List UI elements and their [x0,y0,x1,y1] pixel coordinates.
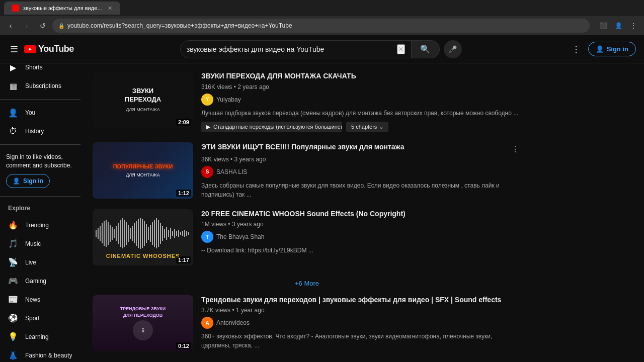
sidebar-item-history[interactable]: ⏱ History [2,122,78,140]
video-title-v2[interactable]: ЭТИ ЗВУКИ ИЩУТ ВСЕ!!!! Популярные звуки … [201,142,404,152]
mic-btn[interactable]: 🎤 [444,40,462,58]
video-card-v2: ПОПУЛЯРНЫЕ ЗВУКИ ДЛЯ МОНТАЖА 1:12 ЭТИ ЗВ… [93,142,521,199]
views-v3: 1M views [201,221,226,228]
age-v1: 2 years ago [237,83,269,90]
fashion-icon: 👗 [8,350,18,360]
sidebar-label-gaming: Gaming [25,278,46,285]
channel-name-v2[interactable]: SASHA LIS [216,168,247,175]
svg-rect-2 [98,228,99,239]
profile-btn[interactable]: 👤 [612,19,625,32]
svg-rect-21 [136,221,137,246]
svg-rect-26 [146,224,147,243]
svg-rect-11 [116,226,117,241]
search-input[interactable] [187,45,397,53]
sidebar-label-sport: Sport [25,315,40,322]
svg-rect-8 [110,225,111,242]
svg-rect-23 [140,218,141,249]
sidebar-label-shorts: Shorts [25,64,43,71]
video-info-v2: ЭТИ ЗВУКИ ИЩУТ ВСЕ!!!! Популярные звуки … [201,142,521,199]
video-thumbnail-v4[interactable]: ТРЕНДОВЫЕ ЗВУКИДЛЯ ПЕРЕХОДОВ ♀ 0:12 [93,295,193,351]
sidebar-item-live[interactable]: 📡 Live [2,253,78,272]
browser-nav: ‹ › ↺ 🔒 youtube.com/results?search_query… [0,16,644,35]
video-thumbnail-v3[interactable]: CINEMATIC WHOOSHES 1:17 [93,209,193,265]
channel-name-v1[interactable]: Yulyabay [216,96,241,103]
video-desc-v4: 360+ звуковых эффектов. Что входит? - Ан… [201,332,521,350]
channel-avatar-v4: A [201,317,213,329]
svg-rect-41 [176,231,177,236]
video-title-v1[interactable]: ЗВУКИ ПЕРЕХОДА ДЛЯ МОНТАЖА СКАЧАТЬ [201,71,356,81]
sidebar-item-you[interactable]: 👤 You [2,104,78,122]
person-icon: 👤 [596,45,604,53]
svg-rect-43 [180,232,181,235]
browser-tabs: звуковые эффекты для видео на YouTube ✕ [0,0,644,16]
channel-name-v3[interactable]: The Bhavya Shah [216,233,264,240]
channel-avatar-v2: S [201,166,213,178]
sidebar-item-trending[interactable]: 🔥 Trending [2,216,78,234]
views-v1: 316K views [201,83,232,90]
sidebar-label-learning: Learning [25,333,49,340]
duration-badge-v2: 1:12 [176,190,191,197]
svg-rect-9 [112,227,113,240]
sidebar-divider-2 [0,144,80,145]
back-btn[interactable]: ‹ [4,19,17,32]
reload-btn[interactable]: ↺ [36,19,49,32]
more-results-btn[interactable]: +6 More [287,276,327,291]
news-icon: 📰 [8,295,18,305]
svg-rect-27 [148,227,149,240]
search-submit-btn[interactable]: 🔍 [412,40,440,58]
svg-rect-28 [150,225,151,242]
sidebar-item-news[interactable]: 📰 News [2,291,78,309]
video-info-v1: ЗВУКИ ПЕРЕХОДА ДЛЯ МОНТАЖА СКАЧАТЬ 316K … [201,71,521,132]
chapters-expand-v1[interactable]: 5 chapters ⌄ [346,122,388,132]
yt-logo[interactable]: YouTube [24,44,74,54]
sidebar-item-music[interactable]: 🎵 Music [2,235,78,253]
video-card-v3: CINEMATIC WHOOSHES 1:17 20 FREE CINEMATI… [93,209,521,265]
address-bar[interactable]: 🔒 youtube.com/results?search_query=звуко… [52,19,590,33]
explore-title: Explore [0,201,80,216]
svg-rect-15 [124,220,125,247]
svg-rect-4 [102,223,103,243]
browser-tab-active[interactable]: звуковые эффекты для видео на YouTube ✕ [4,2,120,15]
sidebar-item-sport[interactable]: ⚽ Sport [2,309,78,327]
svg-rect-46 [186,231,187,236]
sidebar-divider-3 [0,196,80,197]
chapter-text-v1: Стандартные переходы (используются больш… [213,124,342,130]
music-icon: 🎵 [8,239,18,249]
chapter-item-v1[interactable]: ▶ Стандартные переходы (используются бол… [201,122,342,132]
svg-rect-14 [122,218,123,248]
video-meta-v2: 36K views • 3 years ago [201,156,521,163]
history-icon: ⏱ [8,126,18,136]
video-desc-v2: Здесь собраны самые популярные звуки для… [201,181,521,199]
svg-rect-35 [164,229,165,238]
more-options-btn[interactable]: ⋮ [568,41,584,57]
more-browser-btn[interactable]: ⋮ [627,19,640,32]
sign-in-label: Sign in [607,45,628,53]
video-title-v3[interactable]: 20 FREE CINEMATIC WHOOSH Sound Effects (… [201,209,406,219]
sidebar-item-learning[interactable]: 💡 Learning [2,328,78,346]
three-dots-v2[interactable]: ⋮ [509,142,521,156]
forward-btn[interactable]: › [20,19,33,32]
svg-rect-44 [182,231,183,236]
channel-row-v1: Y Yulyabay [201,94,521,106]
tab-close-btn[interactable]: ✕ [108,5,112,12]
svg-rect-16 [126,222,127,245]
sidebar-label-history: History [25,128,44,135]
search-input-wrap: ✕ [180,40,412,58]
sign-in-sidebar-btn[interactable]: 👤 Sign in [6,174,50,188]
sidebar-item-subscriptions[interactable]: ▦ Subscriptions [2,77,78,95]
sign-in-person-icon: 👤 [13,177,20,185]
search-clear-btn[interactable]: ✕ [397,44,405,54]
video-title-v4[interactable]: Трендовые звуки для переходов | звуковые… [201,295,501,305]
extensions-btn[interactable]: ⬛ [597,19,610,32]
sidebar-item-gaming[interactable]: 🎮 Gaming [2,272,78,290]
svg-rect-13 [120,220,121,247]
sidebar-item-fashion[interactable]: 👗 Fashion & beauty [2,346,78,362]
video-thumbnail-v2[interactable]: ПОПУЛЯРНЫЕ ЗВУКИ ДЛЯ МОНТАЖА 1:12 [93,142,193,199]
svg-rect-5 [104,221,105,246]
menu-toggle-btn[interactable]: ☰ [8,42,20,57]
channel-name-v4[interactable]: Antonvideos [216,319,250,326]
video-thumbnail-v1[interactable]: ЗВУКИПЕРЕХОДА ДЛЯ МОНТАЖА 2:09 [93,71,193,128]
sign-in-header-btn[interactable]: 👤 Sign in [588,42,636,56]
svg-rect-40 [174,229,175,238]
svg-rect-12 [118,223,119,244]
